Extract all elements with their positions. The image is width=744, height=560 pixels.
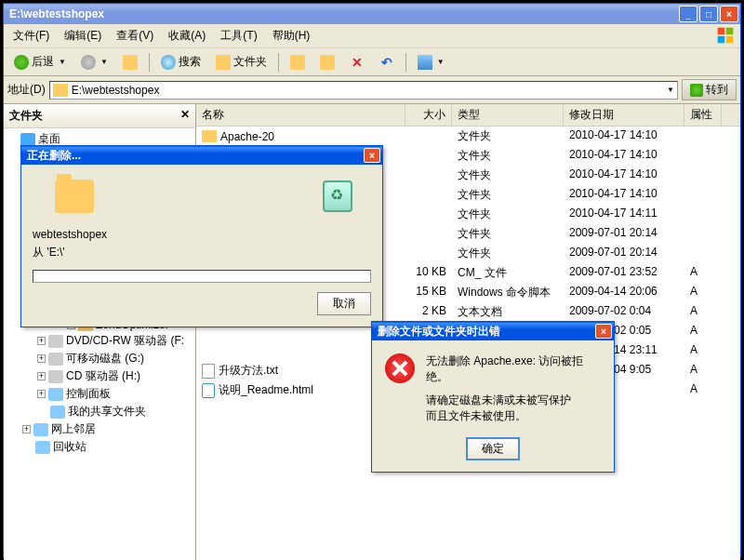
deleting-title: 正在删除... [27,148,81,164]
close-error-button[interactable]: × [595,324,612,339]
move-icon [320,55,335,70]
chevron-down-icon: ▼ [100,58,108,66]
svg-rect-3 [726,36,734,44]
ok-button[interactable]: 确定 [466,437,520,460]
special-icon [35,441,50,454]
undo-icon: ↶ [379,55,394,70]
up-button[interactable] [116,52,144,73]
deleting-titlebar[interactable]: 正在删除... × [21,146,382,165]
menubar: 文件(F) 编辑(E) 查看(V) 收藏(A) 工具(T) 帮助(H) [4,24,740,48]
menu-help[interactable]: 帮助(H) [267,26,316,46]
folder-icon [202,130,217,142]
tree-node[interactable]: +CD 驱动器 (H:) [4,367,195,385]
tree-node[interactable]: +控制面板 [4,385,195,403]
address-path: E:\webtestshopex [72,84,160,97]
tree-label: 控制面板 [66,386,111,402]
back-icon [14,55,29,70]
col-size[interactable]: 大小 [405,104,452,126]
tree-label: 我的共享文件夹 [68,404,146,420]
error-icon [385,353,415,383]
address-input[interactable]: E:\webtestshopex ▼ [49,81,678,100]
expand-toggle[interactable]: + [22,425,31,433]
drive-icon [48,335,63,348]
close-panel-button[interactable]: ✕ [180,108,190,124]
error-body: 无法删除 Apache.exe: 访问被拒绝。 请确定磁盘未满或未被写保护 而且… [372,340,614,437]
progress-bar [33,270,371,283]
col-name[interactable]: 名称 [196,104,405,126]
folders-icon [216,55,231,70]
menu-file[interactable]: 文件(F) [7,26,55,46]
menu-edit[interactable]: 编辑(E) [59,26,107,46]
cancel-button[interactable]: 取消 [317,292,371,315]
chevron-down-icon: ▼ [437,58,445,66]
maximize-button[interactable]: □ [699,6,718,22]
file-row[interactable]: Apache-20文件夹2010-04-17 14:10 [196,127,740,146]
deleting-source: 从 'E:\' [33,245,371,260]
forward-button[interactable]: ▼ [74,52,114,73]
delete-x-icon: ✕ [350,55,365,70]
views-button[interactable]: ▼ [411,52,451,73]
copy-icon [290,55,305,70]
search-button[interactable]: 搜索 [154,51,207,73]
titlebar[interactable]: E:\webtestshopex _ □ × [4,4,740,24]
views-icon [418,55,432,70]
col-date[interactable]: 修改日期 [564,104,684,126]
error-line3: 而且文件未被使用。 [426,408,601,424]
txt-icon [202,364,215,379]
list-header[interactable]: 名称 大小 类型 修改日期 属性 [196,104,740,127]
address-label: 地址(D) [7,82,46,98]
error-titlebar[interactable]: 删除文件或文件夹时出错 × [372,322,614,340]
close-button[interactable]: × [720,6,738,22]
toolbar: 后退▼ ▼ 搜索 文件夹 ✕ ↶ ▼ [4,48,740,76]
tree-node[interactable]: +可移动磁盘 (G:) [4,350,195,367]
search-icon [161,55,176,70]
tree-label: 可移动磁盘 (G:) [66,351,144,367]
expand-toggle[interactable]: + [37,372,46,380]
special-icon [33,423,48,436]
windows-flag-icon [714,26,737,45]
folder-icon [55,180,94,213]
minimize-button[interactable]: _ [679,6,698,22]
error-dialog: 删除文件或文件夹时出错 × 无法删除 Apache.exe: 访问被拒绝。 请确… [371,321,615,473]
tree-label: DVD/CD-RW 驱动器 (F: [66,333,184,349]
go-button[interactable]: 转到 [682,79,737,100]
error-line2: 请确定磁盘未满或未被写保护 [426,393,601,408]
svg-rect-1 [726,28,734,35]
deleting-filename: webtestshopex [33,228,371,241]
copy-to-button[interactable] [284,52,312,73]
error-line1: 无法删除 Apache.exe: 访问被拒绝。 [426,353,601,385]
undo-button[interactable]: ↶ [373,52,401,73]
tree-node[interactable]: +DVD/CD-RW 驱动器 (F: [4,332,195,350]
forward-icon [81,55,96,70]
chevron-down-icon: ▼ [59,58,66,66]
desktop-icon [20,133,35,146]
window-title: E:\webtestshopex [9,7,104,20]
tree-label: 回收站 [53,439,86,455]
tree-node[interactable]: 回收站 [4,438,195,456]
addressbar: 地址(D) E:\webtestshopex ▼ 转到 [4,76,740,104]
expand-toggle[interactable]: + [37,390,46,398]
menu-tools[interactable]: 工具(T) [215,26,262,46]
col-type[interactable]: 类型 [452,104,564,126]
special-icon [48,388,63,401]
tree-node[interactable]: 我的共享文件夹 [4,403,195,420]
expand-toggle[interactable]: + [37,354,46,363]
menu-favorites[interactable]: 收藏(A) [163,26,211,46]
back-button[interactable]: 后退▼ [7,51,73,73]
error-title: 删除文件或文件夹时出错 [378,324,500,340]
menu-view[interactable]: 查看(V) [111,26,159,46]
delete-button[interactable]: ✕ [343,52,371,73]
expand-toggle[interactable]: + [37,337,46,345]
tree-header: 文件夹 ✕ [4,104,195,128]
tree-label: CD 驱动器 (H:) [66,368,140,384]
html-icon [202,383,215,398]
folders-button[interactable]: 文件夹 [209,51,273,73]
close-dialog-button[interactable]: × [364,148,380,163]
up-folder-icon [123,55,138,70]
chevron-down-icon[interactable]: ▼ [667,86,674,94]
col-attr[interactable]: 属性 [684,104,722,126]
tree-node[interactable]: +网上邻居 [4,420,195,438]
move-to-button[interactable] [313,52,341,73]
recycle-icon [323,180,352,212]
drive-icon [48,353,63,366]
